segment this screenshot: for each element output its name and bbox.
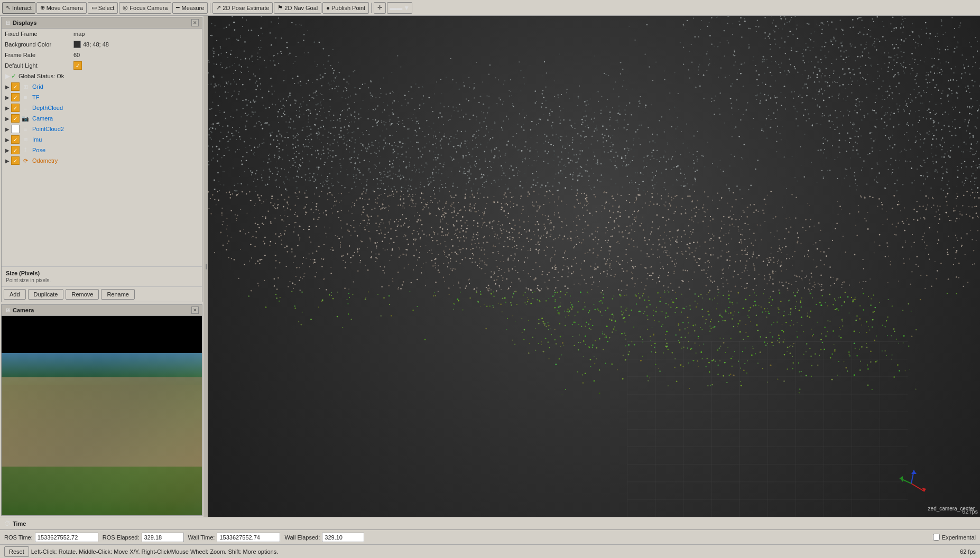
status-check-icon: ✓ — [11, 72, 16, 80]
wall-elapsed-item: Wall Elapsed: — [284, 533, 364, 542]
bg-color-label: Background Color — [5, 41, 73, 48]
camera-header: 🖥 Camera ✕ — [2, 305, 202, 316]
publish-point-label: Publish Point — [331, 5, 365, 11]
display-item-imu[interactable]: ▶ ✓ ≋ Imu — [2, 134, 202, 145]
color-swatch[interactable] — [73, 41, 81, 48]
display-item-odometry[interactable]: ▶ ✓ ⟳ Odometry — [2, 155, 202, 166]
rename-button[interactable]: Rename — [101, 289, 135, 300]
pose-expand-icon: ▶ — [4, 147, 11, 153]
nav-goal-button[interactable]: ⚑ 2D Nav Goal — [274, 2, 321, 14]
camera-checkbox[interactable]: ✓ — [11, 114, 20, 123]
odometry-checkbox[interactable]: ✓ — [11, 156, 20, 165]
pose-estimate-icon: ↗ — [216, 4, 221, 11]
wall-elapsed-input[interactable] — [322, 533, 364, 542]
focus-camera-button[interactable]: ◎ Focus Camera — [119, 2, 171, 14]
axis-widget — [895, 468, 927, 501]
size-pixels-title: Size (Pixels) — [6, 270, 198, 276]
default-light-label: Default Light — [5, 62, 73, 69]
viewport[interactable]: zed_camera_center 62 fps — [208, 16, 980, 517]
wall-time-input[interactable] — [217, 533, 280, 542]
extra-button[interactable]: ✛ — [374, 2, 386, 14]
display-item-tf[interactable]: ▶ ✓ ≡ TF — [2, 92, 202, 103]
time-label: Time — [13, 520, 26, 527]
global-status-label: Global Status: Ok — [19, 73, 64, 79]
select-button[interactable]: ▭ Select — [88, 2, 118, 14]
grid-expand-icon: ▶ — [4, 84, 11, 90]
svg-rect-0 — [627, 341, 908, 517]
pointcloud2-checkbox[interactable] — [11, 125, 20, 133]
displays-content[interactable]: Fixed Frame map Background Color 48; 48;… — [2, 29, 202, 266]
default-light-checkbox[interactable]: ✓ — [73, 61, 82, 70]
imu-checkbox[interactable]: ✓ — [11, 135, 20, 144]
ros-elapsed-input[interactable] — [142, 533, 184, 542]
publish-point-icon: ● — [326, 5, 330, 11]
focus-camera-icon: ◎ — [123, 4, 128, 11]
displays-icon: 🖥 — [5, 20, 11, 26]
wall-time-label: Wall Time: — [188, 534, 215, 541]
displays-close-button[interactable]: ✕ — [191, 19, 199, 26]
remove-button[interactable]: Remove — [66, 289, 99, 300]
move-camera-icon: ⊕ — [40, 4, 45, 11]
select-label: Select — [98, 5, 115, 11]
interact-button[interactable]: ↖ Interact — [2, 2, 35, 14]
grid-checkbox[interactable]: ✓ — [11, 82, 20, 91]
pointcloud2-icon: ≡ — [21, 126, 30, 132]
size-pixels-desc: Point size in pixels. — [6, 277, 198, 283]
pose-list-icon: ⤴ — [21, 147, 30, 153]
ros-elapsed-label: ROS Elapsed: — [103, 534, 140, 541]
publish-point-button[interactable]: ● Publish Point — [322, 2, 369, 14]
experimental-checkbox[interactable] — [933, 534, 940, 541]
select-icon: ▭ — [91, 4, 97, 11]
measure-label: Measure — [181, 5, 204, 11]
imu-name: Imu — [32, 136, 42, 143]
reset-button[interactable]: Reset — [4, 546, 29, 557]
camera-header-title: Camera — [13, 307, 34, 313]
odometry-expand-icon: ▶ — [4, 158, 11, 164]
separator-2 — [371, 3, 372, 13]
camera-black-area — [2, 316, 202, 353]
instructions-text: Left-Click: Rotate. Middle-Click: Move X… — [31, 548, 278, 555]
display-item-depthcloud[interactable]: ▶ ✓ ≡ DepthCloud — [2, 103, 202, 113]
pose-name: Pose — [32, 147, 45, 153]
dropdown-arrow-icon: ▼ — [403, 4, 410, 12]
default-light-value: ✓ — [73, 61, 82, 70]
experimental-item: Experimental — [933, 534, 976, 541]
display-item-camera[interactable]: ▶ ✓ 📷 Camera — [2, 113, 202, 124]
experimental-label: Experimental — [942, 534, 976, 541]
displays-buttons: Add Duplicate Remove Rename — [2, 286, 202, 302]
depthcloud-name: DepthCloud — [32, 105, 63, 111]
ros-time-input[interactable] — [35, 533, 98, 542]
display-item-grid[interactable]: ▶ ✓ ⊞ Grid — [2, 81, 202, 92]
pose-estimate-button[interactable]: ↗ 2D Pose Estimate — [212, 2, 273, 14]
ros-time-item: ROS Time: — [4, 533, 98, 542]
axis-svg — [895, 468, 927, 499]
info-bar: Reset Left-Click: Rotate. Middle-Click: … — [0, 544, 980, 558]
bg-color-row: Background Color 48; 48; 48 — [2, 39, 202, 50]
measure-button[interactable]: ━ Measure — [172, 2, 208, 14]
plus-icon: ✛ — [377, 4, 382, 11]
tf-expand-icon: ▶ — [4, 95, 11, 100]
display-item-pointcloud2[interactable]: ▶ ≡ PointCloud2 — [2, 124, 202, 134]
depthcloud-checkbox[interactable]: ✓ — [11, 104, 20, 112]
resize-handle[interactable] — [204, 16, 208, 517]
dropdown-bar-icon: ▬▬ — [390, 4, 402, 12]
clock-icon: ⏱ — [4, 520, 11, 527]
main-content: 🖥 Displays ✕ Fixed Frame map Background … — [0, 16, 980, 517]
interact-icon: ↖ — [6, 4, 11, 11]
toolbar-dropdown[interactable]: ▬▬ ▼ — [387, 2, 412, 14]
camera-close-button[interactable]: ✕ — [191, 306, 199, 314]
camera-wall — [2, 377, 202, 467]
fixed-frame-value: map — [73, 31, 85, 37]
move-camera-button[interactable]: ⊕ Move Camera — [36, 2, 87, 14]
display-item-pose[interactable]: ▶ ✓ ⤴ Pose — [2, 145, 202, 155]
displays-panel: 🖥 Displays ✕ Fixed Frame map Background … — [1, 17, 202, 302]
add-button[interactable]: Add — [4, 289, 26, 300]
tf-checkbox[interactable]: ✓ — [11, 93, 20, 101]
duplicate-button[interactable]: Duplicate — [28, 289, 64, 300]
pose-checkbox[interactable]: ✓ — [11, 146, 20, 154]
tf-icon: ≡ — [21, 94, 30, 100]
odometry-name: Odometry — [32, 157, 58, 164]
default-light-row: Default Light ✓ — [2, 60, 202, 71]
wall-time-item: Wall Time: — [188, 533, 281, 542]
camera-content — [2, 316, 202, 515]
